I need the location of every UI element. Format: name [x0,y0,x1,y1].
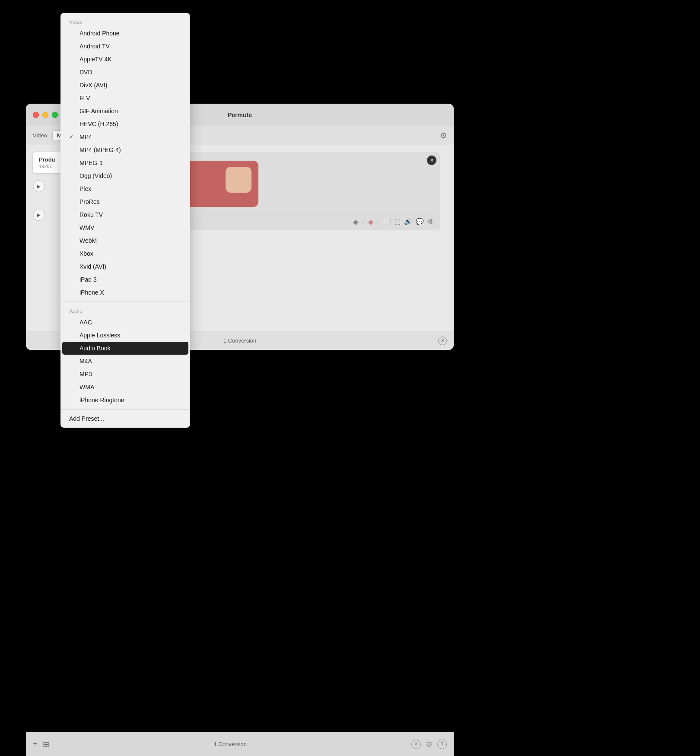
close-button[interactable] [33,112,39,118]
settings2-icon[interactable]: ⚙ [427,218,433,226]
menu-item-mp4[interactable]: ✓ MP4 [60,130,190,143]
resize-icon[interactable]: ⬚ [395,218,401,226]
close-icon-small: ✕ [441,338,445,343]
menu-item-android-tv[interactable]: Android TV [60,40,190,53]
menu-item-wmv[interactable]: WMV [60,221,190,234]
menu-item-audio-book[interactable]: Audio Book [62,342,188,355]
menu-item-apple-lossless[interactable]: Apple Lossless [60,329,190,342]
preview-controls: ◆ ≡ ◆ ≡ ⬜ ⬚ 🔊 💬 ⚙ [353,218,433,226]
scrubber-diamond-1[interactable]: ◆ [353,218,358,226]
menu-item-m4a[interactable]: M4A [60,355,190,368]
add-icon[interactable]: + [33,740,38,749]
menu-item-ogg[interactable]: Ogg (Video) [60,169,190,182]
menu-divider-1 [60,302,190,302]
scrubber-lines-1: ≡ [362,219,364,224]
maximize-button[interactable] [52,112,58,118]
menu-item-ipad3[interactable]: iPad 3 [60,273,190,286]
bottom-left-controls: + ⊞ [33,740,49,749]
close-icon: ✕ [430,158,434,163]
menu-item-dvd[interactable]: DVD [60,66,190,79]
menu-item-xbox[interactable]: Xbox [60,247,190,260]
menu-item-divx[interactable]: DivX (AVI) [60,79,190,92]
menu-item-webm[interactable]: WebM [60,234,190,247]
menu-item-iphonex[interactable]: iPhone X [60,286,190,299]
menu-item-flv[interactable]: FLV [60,92,190,105]
bottom-conversion-text: 1 Conversion [49,741,411,747]
menu-item-iphone-ringtone[interactable]: iPhone Ringtone [60,394,190,407]
menu-item-prores[interactable]: ProRes [60,195,190,208]
preview-close-button[interactable]: ✕ [427,156,436,165]
grid-icon[interactable]: ⊞ [43,740,49,749]
bottom-close-icon[interactable]: ✕ [411,740,421,749]
audio-icon[interactable]: 🔊 [404,218,412,226]
menu-item-hevc[interactable]: HEVC (H.265) [60,118,190,130]
menu-item-mp3[interactable]: MP3 [60,368,190,381]
menu-item-roku[interactable]: Roku TV [60,208,190,221]
scrubber-diamond-2[interactable]: ◆ [368,218,373,226]
settings-icon[interactable]: ⚙ [440,131,447,140]
dropdown-menu: Video Android Phone Android TV AppleTV 4… [60,13,190,428]
ad-icon [226,167,251,193]
help-icon[interactable]: ? [437,740,447,749]
conversion-text: 1 Conversion [223,337,257,344]
menu-divider-2 [60,409,190,410]
menu-item-xvid[interactable]: Xvid (AVI) [60,260,190,273]
bottom-bar: + ⊞ 1 Conversion ✕ ⊙ ? [26,732,454,756]
video-section-header: Video [60,16,190,27]
format-label: Video [33,132,47,139]
menu-item-android-phone[interactable]: Android Phone [60,27,190,40]
play-button-2[interactable]: ▶ [33,209,45,221]
minimize-button[interactable] [42,112,48,118]
subtitle-icon[interactable]: 💬 [416,218,424,226]
bottom-right-controls: ✕ ⊙ ? [411,740,447,749]
scrubber-lines-2: ≡ [377,219,379,224]
menu-item-wma[interactable]: WMA [60,381,190,394]
window-title: Permute [228,111,252,118]
menu-item-plex[interactable]: Plex [60,182,190,195]
audio-section-header: Audio [60,305,190,316]
history-icon[interactable]: ⊙ [426,740,432,749]
menu-item-aac[interactable]: AAC [60,316,190,329]
menu-item-gif[interactable]: GIF Animation [60,105,190,118]
conversion-close-button[interactable]: ✕ [438,337,447,345]
menu-item-mpeg1[interactable]: MPEG-1 [60,156,190,169]
menu-item-add-preset[interactable]: Add Preset... [60,412,190,425]
traffic-lights [33,112,58,118]
menu-item-mp4-mpeg4[interactable]: MP4 (MPEG-4) [60,143,190,156]
menu-item-appletv[interactable]: AppleTV 4K [60,53,190,66]
play-button[interactable]: ▶ [33,180,45,192]
crop-icon[interactable]: ⬜ [383,218,391,226]
